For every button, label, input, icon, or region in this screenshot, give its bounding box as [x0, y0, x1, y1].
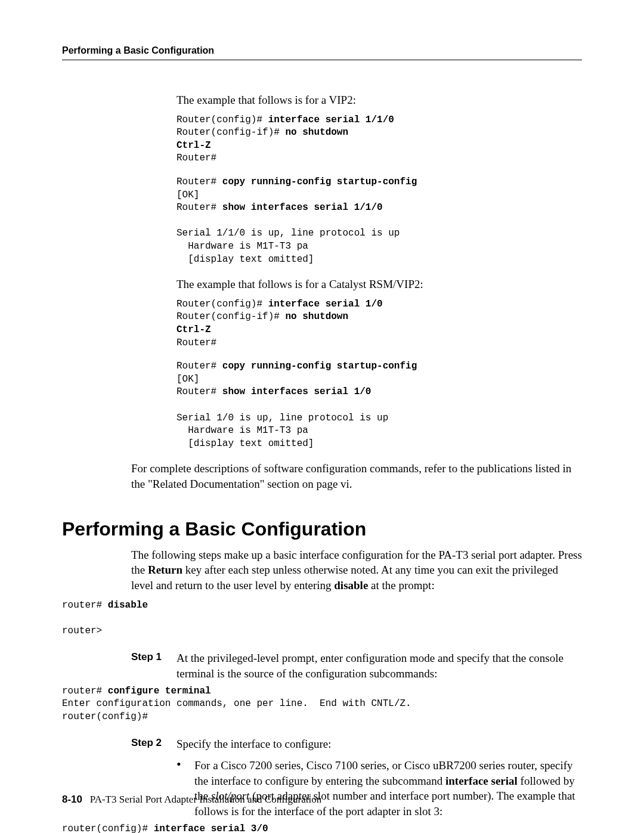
page-number: 8-10 — [62, 794, 82, 805]
example1-code-block1: Router(config)# interface serial 1/1/0 R… — [177, 114, 582, 165]
step-1-text: At the privileged-level prompt, enter co… — [177, 651, 582, 681]
section-intro: The following steps make up a basic inte… — [131, 547, 582, 593]
example1-code-block2: Router# copy running-config startup-conf… — [177, 176, 582, 266]
step-2-label: Step 2 — [131, 736, 177, 752]
page-footer: 8-10 PA-T3 Serial Port Adapter Installat… — [62, 794, 321, 806]
step-2-bullet-1-text: For a Cisco 7200 series, Cisco 7100 seri… — [194, 758, 582, 819]
step-2-text: Specify the interface to configure: — [177, 736, 582, 752]
section-title: Performing a Basic Configuration — [62, 518, 582, 540]
footer-title: PA-T3 Serial Port Adapter Installation a… — [90, 794, 321, 805]
step-2-bullet-1-code: router(config)# interface serial 3/0 — [62, 823, 582, 833]
step-2-bullet-1: • For a Cisco 7200 series, Cisco 7100 se… — [177, 758, 582, 819]
example2-intro: The example that follows is for a Cataly… — [177, 277, 582, 292]
example2-code-block1: Router(config)# interface serial 1/0 Rou… — [177, 298, 582, 349]
example2-code-block2: Router# copy running-config startup-conf… — [177, 360, 582, 450]
step-1-label: Step 1 — [131, 651, 177, 681]
example-vip2: The example that follows is for a VIP2: … — [177, 92, 582, 266]
example1-intro: The example that follows is for a VIP2: — [177, 92, 582, 108]
example-catalyst: The example that follows is for a Cataly… — [177, 277, 582, 450]
disable-code: router# disable router> — [62, 599, 582, 638]
running-header: Performing a Basic Configuration — [62, 45, 582, 60]
step-1-code: router# configure terminal Enter configu… — [62, 685, 582, 724]
closing-paragraph: For complete descriptions of software co… — [131, 461, 582, 491]
page: Performing a Basic Configuration The exa… — [0, 0, 644, 833]
bullet-icon: • — [177, 758, 194, 819]
step-1: Step 1 At the privileged-level prompt, e… — [131, 651, 582, 681]
step-2: Step 2 Specify the interface to configur… — [131, 736, 582, 752]
